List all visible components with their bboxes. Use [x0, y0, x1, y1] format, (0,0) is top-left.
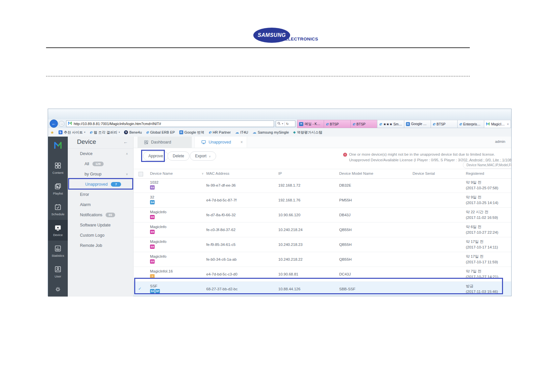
menu-item-all[interactable]: All129	[68, 159, 133, 169]
address-bar[interactable]: http://10.89.8.81:7001/MagicInfo/login.h…	[66, 120, 274, 127]
table-row[interactable]: ✓SSFS4SP68-27-37-bb-d2-bc10.88.44.126SBB…	[134, 282, 511, 296]
browser-tab[interactable]: GGoogle 번역	[404, 120, 431, 128]
search-box[interactable]: ▾ ↻	[276, 120, 295, 127]
column-header-device-serial[interactable]: Device Serial	[413, 171, 435, 175]
browser-tab[interactable]: eBTSP	[431, 120, 457, 128]
sort-caret-icon[interactable]: ∨	[202, 172, 204, 175]
back-button[interactable]: ←	[50, 119, 58, 128]
menu-item-alarm[interactable]: Alarm	[68, 199, 133, 210]
content-tabstrip: admin DashboardUnapproved×	[134, 137, 511, 148]
menu-item-custom-logo[interactable]: Custom Logo	[68, 230, 133, 240]
browser-tab[interactable]: ✉메일 - Knox ...	[297, 120, 324, 128]
column-header-mac-address[interactable]: MAC Address	[206, 171, 229, 175]
mac-address-cell: fe-c0-3f-8d-37-62	[206, 222, 236, 237]
close-icon[interactable]: ×	[240, 140, 243, 144]
favorites-items: b추천 사이트▾e웹 조각 갤러리▾SBene4ueGlobal ERB EPG…	[59, 130, 322, 135]
tab-unapproved[interactable]: Unapproved×	[194, 137, 247, 148]
browser-tab[interactable]: MagicInf...×	[484, 120, 511, 128]
registered-date: (2017-11-03 15:46)	[466, 289, 498, 295]
menu-item-device[interactable]: Device∧	[68, 148, 133, 159]
favorites-item[interactable]: SBene4u	[124, 130, 142, 134]
favorites-star-icon[interactable]: ★	[50, 130, 54, 135]
device-name: MagicInfo	[150, 254, 166, 258]
browser-tab[interactable]: eBTSP	[324, 120, 350, 128]
table-row[interactable]: MagicInfoS5fe-c0-3f-8d-37-6210.240.218.2…	[134, 222, 511, 237]
bing-icon: b	[59, 130, 63, 134]
menu-item-label: Device	[80, 151, 92, 156]
favorites-item[interactable]: eGlobal ERB EP	[146, 130, 175, 134]
user-label[interactable]: admin	[495, 140, 505, 144]
browser-tab[interactable]: e★★★ Sma...	[377, 120, 404, 128]
model-name-cell: QB55H	[339, 237, 352, 252]
registered-cell: 약 9일 전(2017-10-25 07:58)	[466, 180, 498, 191]
browser-tab[interactable]: eBTSP	[350, 120, 377, 128]
device-type-badge-s4: S4	[150, 200, 155, 204]
filter-pill[interactable]: Device Name,MAC,IP,Model,Firmwar	[463, 161, 511, 169]
device-type-badges: I	[150, 274, 173, 278]
sidebar-item-label: User	[55, 274, 61, 278]
sidebar-item-schedule[interactable]: Schedule	[48, 199, 68, 220]
device-name-cell: MagicInfoI.16I	[150, 269, 173, 278]
favorites-item[interactable]: GGoogle 번역	[179, 130, 205, 135]
sidebar-item-playlist[interactable]: Playlist	[48, 178, 68, 199]
column-header-device-name[interactable]: Device Name	[150, 171, 173, 175]
menu-item-remote-job[interactable]: Remote Job	[68, 240, 133, 250]
favorites-item[interactable]: b추천 사이트▾	[59, 130, 86, 135]
table-row[interactable]: 32S4e4-7d-bd-5c-87-7f192.168.1.76PM55H약 …	[134, 193, 511, 208]
menu-item-software-update[interactable]: Software Update	[68, 220, 133, 230]
column-header-device-model-name[interactable]: Device Model Name	[339, 171, 373, 175]
device-type-badge-i: I	[150, 274, 155, 278]
delete-button[interactable]: Delete	[167, 151, 189, 161]
favorites-item[interactable]: ◆역량평가시스템	[293, 130, 322, 135]
table-header: ∨ Device NameMAC AddressIPDevice Model N…	[134, 169, 511, 179]
sidebar-item-statistics[interactable]: Statistics	[48, 241, 68, 261]
column-header-ip[interactable]: IP	[278, 171, 282, 175]
favorites-item[interactable]: e웹 조각 갤러리▾	[89, 130, 120, 135]
translate-icon: G	[406, 122, 410, 126]
favorites-item[interactable]: eHR Partner	[209, 130, 231, 134]
menu-item-by-group[interactable]: by Group∨	[68, 169, 133, 179]
collapse-arrow-icon[interactable]: ←	[123, 139, 128, 144]
close-icon[interactable]: ×	[507, 122, 509, 126]
registered-date: (2017-10-17 11:59)	[466, 259, 498, 265]
model-name-cell: QB55H	[339, 252, 352, 267]
chevron-down-icon: ▾	[84, 131, 86, 134]
forward-button[interactable]: →	[59, 121, 64, 127]
table-row[interactable]: MagicInfoS5fe-d7-8a-f0-66-3210.90.66.120…	[134, 208, 511, 222]
search-dropdown-caret-icon[interactable]: ▾	[282, 122, 283, 125]
refresh-icon[interactable]: ↻	[286, 122, 289, 126]
export-button[interactable]: Export∨	[190, 151, 216, 161]
count-badge: 129	[92, 162, 104, 166]
browser-tab[interactable]: eEnterprised...	[457, 120, 484, 128]
menu-item-unapproved[interactable]: Unapproved7	[68, 179, 133, 189]
device-name: MagicInfo	[150, 225, 166, 229]
menu-item-label: Notifications	[80, 213, 102, 217]
chevron-up-icon[interactable]: ∧	[126, 152, 128, 155]
table-row[interactable]: 1032S3fe-99-e7-df-ee-36192.168.1.72DB32E…	[134, 178, 511, 193]
ip-cell: 192.168.1.72	[278, 178, 300, 193]
column-header-registered[interactable]: Registered	[466, 171, 484, 175]
sidebar-item-device[interactable]: Device	[48, 220, 68, 241]
select-all-checkbox[interactable]	[138, 172, 143, 176]
table-row[interactable]: MagicInfoS5fe-f9-85-34-61-c510.240.218.2…	[134, 237, 511, 252]
table-row[interactable]: MagicInfoS5fe-b0-34-c6-1a-ab10.240.218.2…	[134, 252, 511, 267]
tab-dashboard[interactable]: Dashboard	[138, 137, 192, 148]
ie-icon: e	[433, 122, 435, 126]
row-checkbox-checked[interactable]: ✓	[138, 286, 141, 291]
favorites-item[interactable]: ☁Samsung mySingle	[252, 130, 289, 134]
menu-item-error[interactable]: Error	[68, 189, 133, 199]
divider	[285, 122, 285, 126]
device-panel: Device ← Device∧All129by Group∨Unapprove…	[68, 137, 134, 297]
menu-item-notifications[interactable]: Notifications65	[68, 210, 133, 220]
favorites-item[interactable]: ☁IT4U	[235, 130, 248, 134]
device-name-cell: 32S4	[150, 195, 155, 204]
sidebar-item-user[interactable]: User	[48, 261, 68, 282]
chevron-down-icon[interactable]: ∨	[126, 172, 128, 176]
magicinfo-logo[interactable]	[53, 141, 63, 150]
approve-button[interactable]: Approve	[143, 151, 168, 161]
browser-window: ← → http://10.89.8.81:7001/MagicInfo/log…	[48, 109, 512, 296]
table-row[interactable]: MagicInfoI.16Ie4-7d-bd-5c-c3-d010.90.68.…	[134, 267, 511, 282]
sidebar-item-settings[interactable]	[48, 282, 68, 297]
sidebar-item-content[interactable]: Content	[48, 158, 68, 178]
cloud-icon: ☁	[235, 130, 239, 134]
